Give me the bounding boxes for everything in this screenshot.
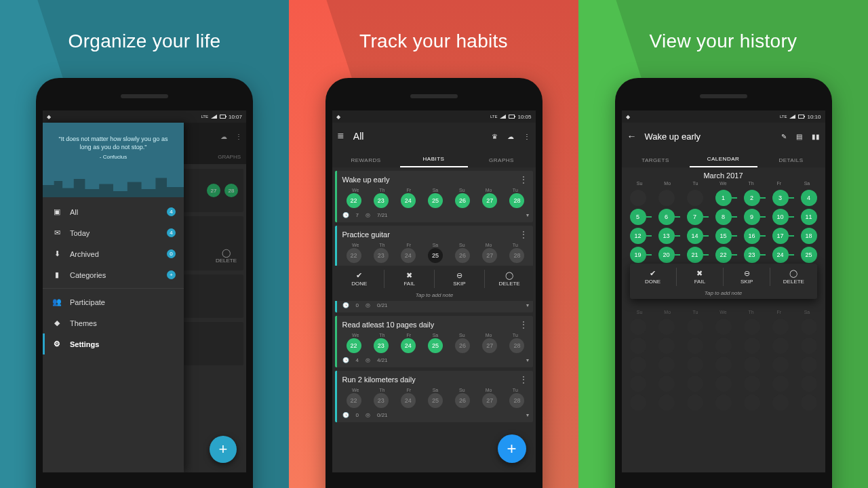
calendar-day[interactable]	[801, 375, 817, 392]
calendar-day[interactable]: 23	[744, 247, 760, 263]
chevron-down-icon[interactable]: ▾	[526, 212, 529, 218]
day-circle[interactable]: 24	[401, 393, 416, 408]
day-circle[interactable]: 22	[347, 248, 361, 263]
action-skip[interactable]: ⊖SKIP	[724, 268, 770, 286]
habit-card[interactable]: Run 2 kilometers daily⋮ WeThFrSaSuMoTu 2…	[335, 371, 533, 422]
overflow-icon[interactable]: ⋮	[235, 133, 242, 140]
calendar-day[interactable]: 2	[744, 190, 760, 206]
day-circle[interactable]: 28	[509, 248, 524, 263]
calendar-day[interactable]	[744, 394, 760, 411]
calendar-day[interactable]	[630, 357, 646, 373]
calendar-day[interactable]	[658, 357, 675, 373]
calendar-day[interactable]	[715, 338, 732, 354]
tab-rewards[interactable]: REWARDS	[332, 157, 400, 167]
calendar-day[interactable]	[687, 375, 703, 392]
action-fail[interactable]: ✖FAIL	[677, 268, 724, 286]
calendar-day[interactable]	[801, 338, 817, 354]
day-circle[interactable]: 27	[482, 193, 497, 208]
drawer-item-settings[interactable]: ⚙Settings	[43, 333, 184, 354]
crown-icon[interactable]: ♛	[492, 133, 498, 140]
chevron-down-icon[interactable]: ▾	[526, 357, 529, 363]
day-circle[interactable]: 26	[455, 248, 470, 263]
day-circle[interactable]: 26	[455, 338, 470, 353]
calendar-day[interactable]: 7	[687, 209, 703, 225]
add-note-hint[interactable]: Tap to add note	[335, 288, 534, 300]
day-circle[interactable]: 22	[347, 338, 361, 353]
action-delete[interactable]: ◯DELETE	[485, 270, 534, 288]
day-circle[interactable]: 24	[401, 193, 416, 208]
calendar-day[interactable]	[801, 319, 817, 335]
calendar-day[interactable]	[772, 375, 789, 392]
day-circle[interactable]: 25	[428, 193, 443, 208]
calendar-day[interactable]: 11	[801, 209, 817, 225]
action-fail[interactable]: ✖FAIL	[384, 270, 435, 288]
calendar-day[interactable]: 21	[687, 247, 703, 263]
tab-details[interactable]: DETAILS	[757, 157, 825, 167]
drawer-item-participate[interactable]: 👥Participate	[43, 291, 184, 312]
calendar-day[interactable]: 5	[630, 209, 646, 225]
calendar-day[interactable]: 6	[658, 209, 675, 225]
calendar-day[interactable]	[772, 338, 789, 354]
calendar-day[interactable]	[658, 394, 675, 411]
tab-targets[interactable]: TARGETS	[622, 157, 690, 167]
hamburger-icon[interactable]: ≡	[338, 130, 344, 142]
calendar-day[interactable]: 9	[744, 209, 760, 225]
calendar-day[interactable]	[658, 375, 675, 392]
chevron-down-icon[interactable]: ▾	[526, 412, 529, 418]
day-circle[interactable]: 28	[509, 193, 524, 208]
calendar-day[interactable]	[630, 375, 646, 392]
calendar-day[interactable]: 17	[772, 228, 789, 244]
calendar-day[interactable]	[687, 338, 703, 354]
calendar-day[interactable]	[630, 394, 646, 411]
calendar-day[interactable]	[658, 338, 675, 354]
calendar-day[interactable]: 4	[801, 190, 817, 206]
cloud-icon[interactable]: ☁	[220, 133, 227, 140]
calendar-day[interactable]	[744, 357, 760, 373]
drawer-item-all[interactable]: ▣All4	[43, 201, 184, 222]
calendar-day[interactable]: 14	[687, 228, 703, 244]
overflow-icon[interactable]: ⋮	[518, 320, 529, 329]
habit-card[interactable]: Practice guitar⋮ WeThFrSaSuMoTu 22232425…	[335, 226, 533, 312]
drawer-item-archived[interactable]: ⬇Archived0	[43, 243, 184, 264]
overflow-icon[interactable]: ⋮	[524, 133, 530, 140]
calendar-day[interactable]: 15	[715, 228, 732, 244]
action-skip[interactable]: ⊖SKIP	[435, 270, 485, 288]
calendar-day[interactable]: 1	[715, 190, 732, 206]
calendar-day[interactable]: 12	[630, 228, 646, 244]
tab-habits[interactable]: HABITS	[400, 156, 468, 167]
habit-card[interactable]: Wake up early⋮ WeThFrSaSuMoTu 2223242526…	[335, 171, 533, 222]
day-circle[interactable]: 23	[374, 393, 389, 408]
calendar-day[interactable]: 13	[658, 228, 675, 244]
calendar-day[interactable]	[687, 357, 703, 373]
calendar-day[interactable]	[715, 394, 732, 411]
day-circle[interactable]: 27	[482, 393, 497, 408]
calendar-day[interactable]	[772, 394, 789, 411]
day-circle[interactable]: 22	[347, 193, 361, 208]
fab-add[interactable]: +	[210, 436, 237, 463]
day-circle[interactable]: 23	[374, 193, 389, 208]
calendar-day[interactable]	[801, 357, 817, 373]
drawer-item-today[interactable]: ✉Today4	[43, 222, 184, 243]
calendar-day[interactable]	[687, 394, 703, 411]
calendar-day[interactable]: 8	[715, 209, 732, 225]
day-circle[interactable]: 27	[482, 248, 497, 263]
overflow-icon[interactable]: ⋮	[518, 375, 529, 384]
habit-card[interactable]: Read atleast 10 pages daily⋮ WeThFrSaSuM…	[335, 316, 533, 367]
cloud-icon[interactable]: ☁	[507, 133, 514, 140]
calendar-day[interactable]	[715, 357, 732, 373]
calendar-day[interactable]: 24	[772, 247, 789, 263]
stats-icon[interactable]: ▮▮	[812, 133, 820, 140]
day-circle[interactable]: 25	[428, 338, 443, 353]
calendar-day[interactable]	[772, 357, 789, 373]
overflow-icon[interactable]: ⋮	[518, 175, 529, 184]
day-circle[interactable]: 24	[401, 248, 416, 263]
chevron-down-icon[interactable]: ▾	[526, 302, 529, 308]
overflow-icon[interactable]: ⋮	[518, 230, 529, 239]
day-circle[interactable]: 27	[482, 338, 497, 353]
drawer-item-themes[interactable]: ◆Themes	[43, 312, 184, 333]
back-icon[interactable]: ←	[627, 131, 637, 142]
action-done[interactable]: ✔DONE	[630, 268, 677, 286]
calendar-day[interactable]	[772, 319, 789, 335]
fab-add[interactable]: +	[498, 434, 526, 463]
calendar-day[interactable]: 22	[715, 247, 732, 263]
